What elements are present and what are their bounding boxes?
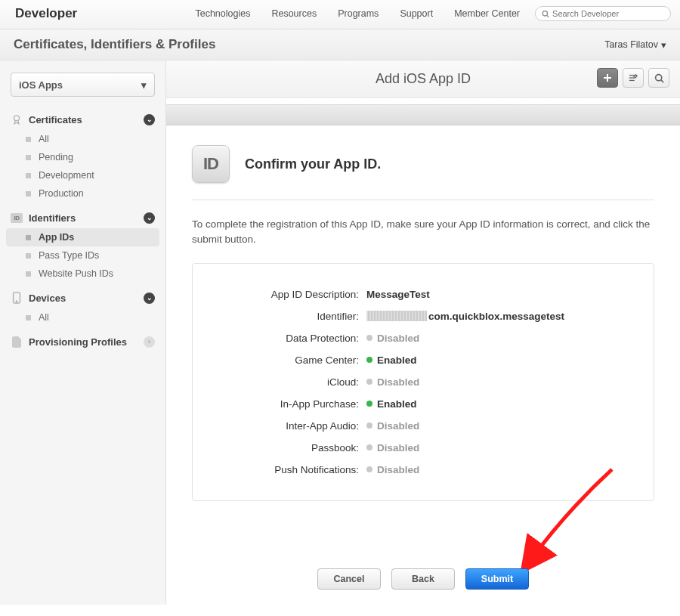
bullet-icon [26, 155, 31, 160]
status-text: Disabled [377, 376, 419, 388]
nav-member-center[interactable]: Member Center [454, 8, 520, 19]
field-value: com.quickblox.messagetest [366, 311, 638, 322]
status-dot-icon [366, 379, 372, 385]
chevron-down-icon: ▾ [661, 39, 666, 51]
field-value: Disabled [366, 333, 638, 344]
nav-technologies[interactable]: Technologies [195, 8, 250, 19]
bullet-icon [26, 315, 31, 320]
id-tile-icon: ID [192, 145, 230, 183]
user-name: Taras Filatov [604, 39, 658, 50]
main-header: Add iOS App ID [166, 60, 680, 98]
sidebar-item-cert-production[interactable]: Production [0, 184, 165, 203]
sidebar-group-label: Provisioning Profiles [29, 336, 127, 348]
sidebar-item-label: Development [39, 170, 94, 181]
status-dot-icon [366, 401, 372, 407]
nav-support[interactable]: Support [400, 8, 433, 19]
field-label: Identifier: [208, 311, 366, 322]
sidebar-item-label: Production [39, 188, 84, 199]
row-in-app-purchase: In-App Purchase: Enabled [208, 393, 638, 415]
search-input[interactable] [552, 9, 664, 18]
bullet-icon [26, 191, 31, 197]
id-tile-text: ID [203, 154, 218, 174]
status-dot-icon [366, 466, 372, 472]
sidebar-item-label: Pending [39, 152, 73, 163]
row-identifier: Identifier: com.quickblox.messagetest [208, 305, 638, 327]
sidebar-item-label: App IDs [39, 232, 74, 243]
status-text: Enabled [377, 354, 417, 366]
sidebar-item-cert-all[interactable]: All [0, 130, 165, 148]
sidebar-item-cert-pending[interactable]: Pending [0, 148, 165, 166]
search-button[interactable] [648, 68, 669, 88]
status-text: Disabled [377, 333, 419, 344]
sidebar-item-cert-development[interactable]: Development [0, 166, 165, 184]
footer-buttons: Cancel Back Submit [166, 568, 680, 590]
profile-icon [11, 336, 23, 348]
sidebar-group-label: Certificates [29, 114, 82, 125]
nav-resources[interactable]: Resources [271, 8, 317, 19]
sidebar-item-devices-all[interactable]: All [0, 308, 165, 327]
status-text: Enabled [377, 398, 417, 410]
section-title: Certificates, Identifiers & Profiles [14, 37, 215, 52]
search-icon [542, 10, 549, 18]
field-label: Push Notifications: [208, 464, 366, 475]
back-button[interactable]: Back [391, 568, 455, 590]
field-label: App ID Description: [208, 289, 366, 300]
sidebar-group-certificates: Certificates ⌄ All Pending Development P… [0, 109, 165, 203]
sub-header: Certificates, Identifiers & Profiles Tar… [0, 29, 680, 60]
page-title: Add iOS App ID [376, 71, 471, 87]
status-text: Disabled [377, 420, 419, 432]
sidebar-header-certificates[interactable]: Certificates ⌄ [0, 109, 165, 130]
sidebar-header-provisioning[interactable]: Provisioning Profiles › [0, 331, 165, 352]
main-panel: Add iOS App ID ID Confirm your App ID. T… [166, 60, 680, 605]
identifier-icon: ID [11, 212, 23, 224]
sidebar-item-label: Pass Type IDs [39, 250, 99, 261]
sidebar-header-identifiers[interactable]: ID Identifiers ⌄ [0, 207, 165, 228]
sidebar-item-app-ids[interactable]: App IDs [6, 228, 159, 246]
content-area: ID Confirm your App ID. To complete the … [166, 125, 680, 577]
confirm-heading: Confirm your App ID. [245, 156, 381, 172]
platform-label: iOS Apps [19, 79, 63, 91]
sidebar: iOS Apps ▾ Certificates ⌄ All Pending De… [0, 60, 166, 605]
sidebar-group-label: Identifiers [29, 212, 76, 224]
bullet-icon [26, 253, 31, 258]
svg-point-4 [16, 301, 17, 302]
top-nav: Technologies Resources Programs Support … [195, 8, 520, 19]
svg-point-10 [655, 74, 661, 80]
sidebar-group-provisioning: Provisioning Profiles › [0, 331, 165, 352]
row-icloud: iCloud: Disabled [208, 371, 638, 393]
bullet-icon [26, 235, 31, 240]
search-box[interactable] [535, 6, 671, 21]
submit-button[interactable]: Submit [465, 568, 529, 590]
field-value: Enabled [366, 398, 638, 410]
svg-line-11 [660, 79, 663, 82]
field-value: Disabled [366, 420, 638, 432]
cancel-button[interactable]: Cancel [317, 568, 381, 590]
status-dot-icon [366, 444, 372, 450]
bullet-icon [26, 173, 31, 178]
toolbar [597, 68, 669, 88]
svg-point-2 [14, 116, 20, 121]
ribbon-bar [166, 104, 680, 125]
sidebar-group-identifiers: ID Identifiers ⌄ App IDs Pass Type IDs W… [0, 207, 165, 283]
svg-point-0 [542, 11, 547, 15]
info-box: App ID Description: MessageTest Identifi… [192, 263, 654, 501]
platform-select[interactable]: iOS Apps ▾ [11, 73, 155, 97]
row-data-protection: Data Protection: Disabled [208, 327, 638, 349]
status-dot-icon [366, 357, 372, 363]
sidebar-header-devices[interactable]: Devices ⌄ [0, 287, 165, 308]
sidebar-item-pass-type-ids[interactable]: Pass Type IDs [0, 246, 165, 265]
row-app-id-description: App ID Description: MessageTest [208, 283, 638, 305]
nav-programs[interactable]: Programs [338, 8, 379, 19]
sidebar-group-label: Devices [29, 293, 66, 304]
bullet-icon [26, 271, 31, 277]
edit-button[interactable] [623, 68, 644, 88]
user-dropdown[interactable]: Taras Filatov ▾ [604, 39, 666, 51]
sidebar-item-website-push-ids[interactable]: Website Push IDs [0, 265, 165, 283]
confirm-header: ID Confirm your App ID. [192, 145, 654, 200]
collapse-icon: ⌄ [144, 114, 155, 125]
sidebar-item-label: All [39, 134, 49, 144]
add-button[interactable] [597, 68, 618, 88]
instruction-text: To complete the registration of this App… [192, 217, 654, 248]
field-label: Data Protection: [208, 333, 366, 344]
field-label: Inter-App Audio: [208, 420, 366, 432]
